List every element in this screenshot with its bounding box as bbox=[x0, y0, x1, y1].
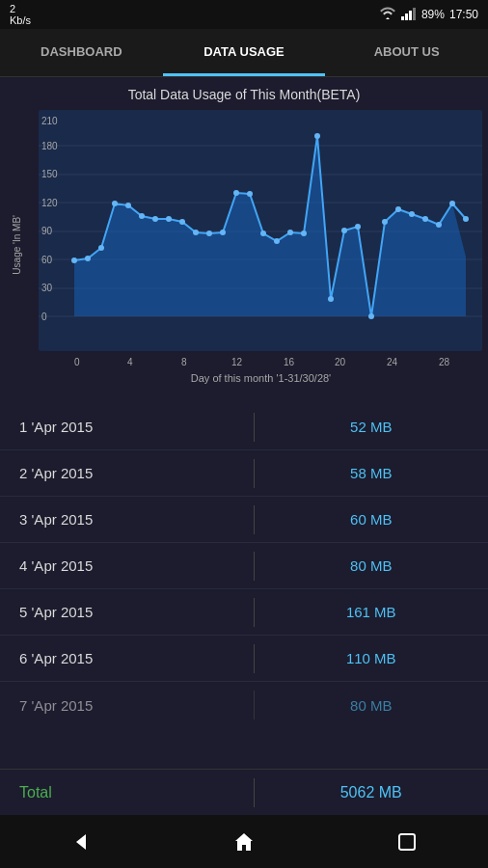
svg-point-50 bbox=[355, 224, 361, 230]
svg-marker-59 bbox=[76, 834, 86, 850]
svg-point-46 bbox=[301, 231, 307, 236]
total-value: 5062 MB bbox=[255, 784, 489, 801]
svg-point-54 bbox=[409, 211, 415, 217]
svg-text:30: 30 bbox=[41, 283, 53, 293]
svg-point-30 bbox=[85, 256, 91, 261]
data-row: 1 'Apr 2015 52 MB bbox=[0, 404, 488, 450]
home-button[interactable] bbox=[225, 823, 263, 861]
svg-point-47 bbox=[314, 133, 320, 139]
data-row: 4 'Apr 2015 80 MB bbox=[0, 543, 488, 589]
data-row: 3 'Apr 2015 60 MB bbox=[0, 497, 488, 543]
svg-rect-61 bbox=[399, 834, 415, 850]
svg-point-56 bbox=[436, 222, 442, 228]
svg-text:60: 60 bbox=[41, 255, 53, 265]
svg-point-52 bbox=[382, 219, 388, 225]
data-row: 6 'Apr 2015 110 MB bbox=[0, 636, 488, 682]
svg-text:24: 24 bbox=[387, 357, 398, 367]
date-3: 3 'Apr 2015 bbox=[0, 511, 254, 528]
svg-point-42 bbox=[247, 191, 253, 197]
svg-text:0: 0 bbox=[74, 357, 80, 367]
y-axis-label: Usage 'In MB' bbox=[12, 215, 22, 275]
svg-point-49 bbox=[341, 228, 347, 233]
chart-container: Usage 'In MB' 0 30 60 90 120 1 bbox=[5, 110, 483, 399]
network-info: 2 Kb/s bbox=[10, 3, 31, 26]
total-row: Total 5062 MB bbox=[0, 769, 488, 815]
network-unit: Kb/s bbox=[10, 14, 31, 26]
wifi-icon bbox=[379, 7, 396, 23]
svg-point-31 bbox=[98, 245, 104, 251]
svg-rect-3 bbox=[413, 8, 416, 20]
tab-data-usage[interactable]: DATA USAGE bbox=[163, 29, 326, 76]
back-icon bbox=[71, 832, 91, 852]
svg-text:150: 150 bbox=[41, 169, 58, 179]
total-label: Total bbox=[0, 784, 254, 801]
date-2: 2 'Apr 2015 bbox=[0, 465, 254, 481]
svg-point-40 bbox=[220, 230, 226, 235]
recents-button[interactable] bbox=[388, 823, 426, 861]
svg-text:4: 4 bbox=[127, 357, 133, 367]
date-7: 7 'Apr 2015 bbox=[0, 697, 254, 714]
x-axis-label: Day of this month '1-31/30/28' bbox=[39, 372, 483, 384]
svg-text:210: 210 bbox=[41, 116, 58, 126]
chart-section: Total Data Usage of This Month(BETA) Usa… bbox=[0, 77, 488, 404]
home-icon bbox=[233, 831, 255, 853]
svg-point-51 bbox=[368, 313, 374, 319]
svg-point-55 bbox=[422, 216, 428, 222]
date-6: 6 'Apr 2015 bbox=[0, 650, 254, 666]
status-bar: 2 Kb/s 89% 17:50 bbox=[0, 0, 488, 29]
value-6: 110 MB bbox=[255, 650, 489, 666]
svg-point-34 bbox=[139, 213, 145, 219]
svg-point-32 bbox=[112, 201, 118, 206]
value-1: 52 MB bbox=[255, 419, 489, 435]
svg-marker-60 bbox=[235, 833, 253, 851]
svg-text:16: 16 bbox=[284, 357, 295, 367]
bottom-nav bbox=[0, 815, 488, 868]
main-content: Total Data Usage of This Month(BETA) Usa… bbox=[0, 77, 488, 815]
svg-point-41 bbox=[233, 190, 239, 196]
svg-text:20: 20 bbox=[335, 357, 346, 367]
svg-text:12: 12 bbox=[231, 357, 243, 367]
svg-text:90: 90 bbox=[41, 226, 53, 236]
data-row: 5 'Apr 2015 161 MB bbox=[0, 589, 488, 636]
date-5: 5 'Apr 2015 bbox=[0, 604, 254, 620]
svg-point-57 bbox=[449, 201, 455, 206]
chart-title: Total Data Usage of This Month(BETA) bbox=[5, 87, 483, 102]
svg-point-45 bbox=[287, 230, 293, 235]
tab-about-us[interactable]: ABOUT US bbox=[325, 29, 488, 76]
signal-icon bbox=[401, 7, 417, 23]
data-list: 1 'Apr 2015 52 MB 2 'Apr 2015 58 MB 3 'A… bbox=[0, 404, 488, 728]
data-row: 7 'Apr 2015 80 MB bbox=[0, 682, 488, 728]
battery-label: 89% bbox=[421, 8, 445, 21]
line-chart: 0 30 60 90 120 150 180 210 0 4 8 12 16 2… bbox=[39, 110, 482, 370]
svg-text:8: 8 bbox=[181, 357, 187, 367]
status-right: 89% 17:50 bbox=[379, 7, 478, 23]
time-display: 17:50 bbox=[449, 8, 478, 21]
svg-point-43 bbox=[260, 231, 266, 236]
date-4: 4 'Apr 2015 bbox=[0, 557, 254, 574]
svg-point-48 bbox=[328, 296, 334, 302]
date-1: 1 'Apr 2015 bbox=[0, 419, 254, 435]
svg-point-36 bbox=[166, 216, 172, 222]
svg-point-58 bbox=[463, 216, 469, 222]
value-2: 58 MB bbox=[255, 465, 489, 481]
back-button[interactable] bbox=[62, 823, 100, 861]
data-row: 2 'Apr 2015 58 MB bbox=[0, 450, 488, 497]
network-speed: 2 bbox=[10, 3, 31, 14]
svg-point-29 bbox=[71, 258, 77, 263]
value-5: 161 MB bbox=[255, 604, 489, 620]
svg-text:180: 180 bbox=[41, 141, 58, 151]
svg-rect-2 bbox=[409, 11, 412, 20]
svg-point-37 bbox=[179, 219, 185, 225]
svg-point-44 bbox=[274, 238, 280, 244]
svg-rect-0 bbox=[401, 16, 404, 20]
svg-text:120: 120 bbox=[41, 198, 58, 208]
tab-dashboard[interactable]: DASHBOARD bbox=[0, 29, 163, 76]
value-4: 80 MB bbox=[255, 557, 489, 574]
svg-text:0: 0 bbox=[41, 312, 47, 322]
recents-icon bbox=[397, 832, 417, 852]
svg-point-53 bbox=[395, 206, 401, 212]
svg-point-33 bbox=[125, 203, 131, 208]
value-3: 60 MB bbox=[255, 511, 489, 528]
svg-rect-1 bbox=[405, 14, 408, 20]
svg-text:28: 28 bbox=[439, 357, 450, 367]
